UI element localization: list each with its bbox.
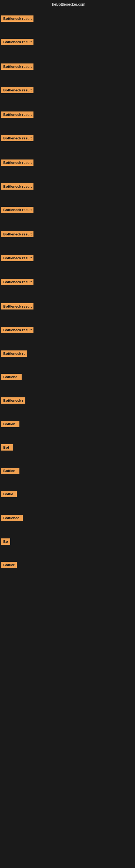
bottleneck-item-20[interactable]: Bottlen [1,468,19,474]
bottleneck-item-24[interactable]: Bottler [1,562,17,568]
bottleneck-item-1[interactable]: Bottleneck result [1,16,34,22]
bottleneck-item-3[interactable]: Bottleneck result [1,63,34,70]
bottleneck-item-14[interactable]: Bottleneck result [1,327,34,333]
bottleneck-item-23[interactable]: Bo [1,538,10,545]
bottleneck-item-18[interactable]: Bottlen [1,421,19,427]
bottleneck-item-7[interactable]: Bottleneck result [1,159,34,166]
bottleneck-item-4[interactable]: Bottleneck result [1,87,34,93]
bottleneck-item-22[interactable]: Bottlenec [1,515,23,521]
bottleneck-item-9[interactable]: Bottleneck result [1,207,34,213]
bottleneck-item-19[interactable]: Bot [1,444,13,451]
bottleneck-item-17[interactable]: Bottleneck r [1,397,26,404]
bottleneck-item-6[interactable]: Bottleneck result [1,135,34,141]
bottleneck-item-21[interactable]: Bottle [1,491,17,497]
items-container: Bottleneck resultBottleneck resultBottle… [0,10,135,868]
page-wrapper: TheBottlenecker.com Bottleneck resultBot… [0,0,135,868]
site-title: TheBottlenecker.com [50,2,85,6]
bottleneck-item-10[interactable]: Bottleneck result [1,231,34,237]
site-header: TheBottlenecker.com [0,0,135,10]
bottleneck-item-11[interactable]: Bottleneck result [1,255,34,261]
bottleneck-item-15[interactable]: Bottleneck re [1,350,27,357]
bottleneck-item-2[interactable]: Bottleneck result [1,39,34,45]
bottleneck-item-8[interactable]: Bottleneck result [1,183,34,190]
bottleneck-item-5[interactable]: Bottleneck result [1,112,34,118]
bottleneck-item-12[interactable]: Bottleneck result [1,279,34,285]
bottleneck-item-13[interactable]: Bottleneck result [1,303,34,310]
bottleneck-item-16[interactable]: Bottlene [1,374,21,380]
